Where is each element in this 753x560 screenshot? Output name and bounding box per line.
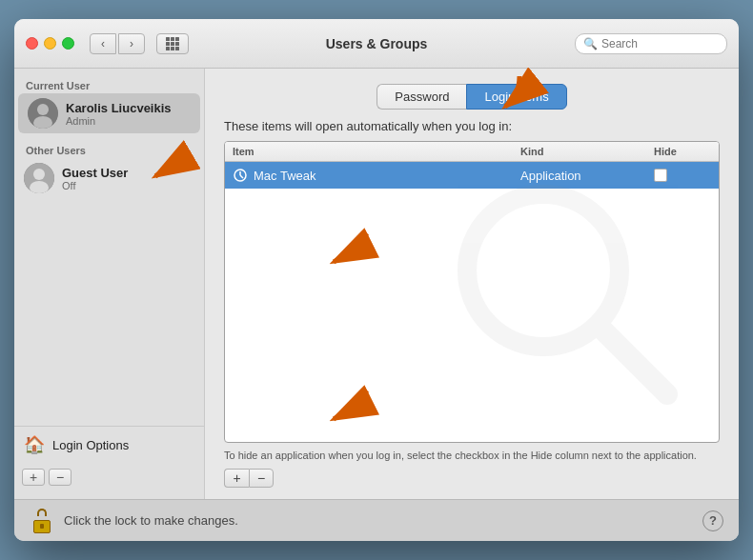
search-icon: 🔍 xyxy=(583,37,598,50)
cell-item: Mac Tweak xyxy=(233,168,520,183)
main-panel: Password Login Items These items will op… xyxy=(205,69,739,499)
col-kind: Kind xyxy=(520,146,654,157)
hint-text: To hide an application when you log in, … xyxy=(224,449,720,463)
table-header: Item Kind Hide xyxy=(225,142,719,162)
nav-buttons: ‹ › xyxy=(90,33,145,54)
body: Current User Karolis Liucveikis Admin Ot… xyxy=(14,69,739,499)
cell-kind: Application xyxy=(520,169,654,183)
items-table: Item Kind Hide xyxy=(224,141,720,443)
maximize-button[interactable] xyxy=(62,37,74,50)
add-item-button[interactable]: + xyxy=(224,469,249,488)
lock-button[interactable] xyxy=(30,509,54,533)
description-text: These items will open automatically when… xyxy=(224,119,720,133)
login-options-item[interactable]: 🏠 Login Options xyxy=(14,426,204,463)
guest-user-info: Guest User Off xyxy=(62,166,128,191)
col-hide: Hide xyxy=(654,146,711,157)
help-button[interactable]: ? xyxy=(702,510,723,531)
search-input[interactable] xyxy=(601,37,719,50)
sidebar-bottom: + − xyxy=(14,463,204,491)
remove-user-button[interactable]: − xyxy=(49,469,71,486)
titlebar: ‹ › Users & Groups 🔍 xyxy=(14,19,739,69)
guest-avatar xyxy=(24,163,54,193)
search-bar[interactable]: 🔍 xyxy=(575,33,727,54)
traffic-lights xyxy=(26,37,74,50)
grid-icon xyxy=(166,37,179,50)
app-name: Mac Tweak xyxy=(254,169,316,183)
other-users-label: Other Users xyxy=(14,141,204,158)
tab-login-items[interactable]: Login Items xyxy=(466,84,566,110)
avatar xyxy=(28,98,58,129)
tab-password[interactable]: Password xyxy=(376,84,466,110)
current-user-item[interactable]: Karolis Liucveikis Admin xyxy=(18,93,200,133)
bottom-bar: Click the lock to make changes. ? xyxy=(14,499,739,541)
login-options-label: Login Options xyxy=(52,438,129,452)
guest-user-name: Guest User xyxy=(62,166,128,180)
add-user-button[interactable]: + xyxy=(22,469,45,486)
remove-item-button[interactable]: − xyxy=(249,469,274,488)
current-user-label: Current User xyxy=(14,76,204,93)
sidebar: Current User Karolis Liucveikis Admin Ot… xyxy=(14,69,205,499)
window-title: Users & Groups xyxy=(326,36,428,51)
cell-hide xyxy=(654,169,711,182)
back-button[interactable]: ‹ xyxy=(90,33,116,54)
close-button[interactable] xyxy=(26,37,38,50)
grid-button[interactable] xyxy=(156,33,189,54)
hide-checkbox[interactable] xyxy=(654,169,667,182)
minimize-button[interactable] xyxy=(44,37,56,50)
tabs: Password Login Items xyxy=(224,84,720,110)
user-role: Admin xyxy=(66,115,172,127)
guest-user-item[interactable]: Guest User Off xyxy=(14,158,204,198)
col-item: Item xyxy=(233,146,520,157)
svg-point-1 xyxy=(37,104,49,115)
table-row[interactable]: Mac Tweak Application xyxy=(225,162,719,189)
table-actions: + − xyxy=(224,469,720,488)
table-body: Mac Tweak Application xyxy=(225,162,719,442)
user-info: Karolis Liucveikis Admin xyxy=(66,101,172,127)
app-kind: Application xyxy=(520,169,581,183)
forward-button[interactable]: › xyxy=(118,33,145,54)
svg-point-4 xyxy=(33,169,45,180)
house-icon: 🏠 xyxy=(24,434,45,455)
app-icon xyxy=(233,168,248,183)
guest-user-status: Off xyxy=(62,180,128,191)
lock-label: Click the lock to make changes. xyxy=(64,513,238,528)
user-name: Karolis Liucveikis xyxy=(66,101,172,115)
svg-line-8 xyxy=(240,175,243,178)
